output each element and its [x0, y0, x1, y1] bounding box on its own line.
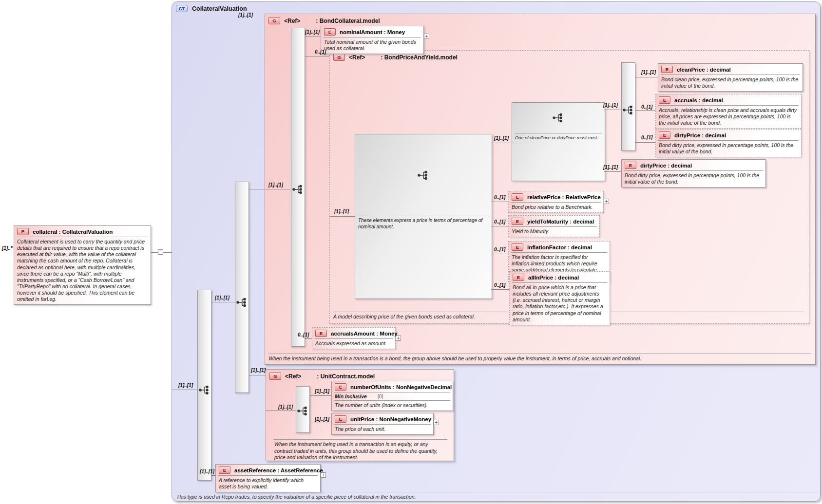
choice-note-text: One of cleanPrice or dirtyPrice must exi… [512, 133, 605, 142]
expand-icon[interactable]: + [396, 336, 401, 341]
sequence-icon [292, 185, 304, 194]
sequence-icon [236, 298, 248, 307]
cardinality-label: [1]..[1] [315, 416, 329, 422]
element-doc: Bond dirty price, expressed in percentag… [656, 141, 801, 157]
connector-line [248, 375, 266, 375]
element-doc: Accruals expressed as amount. [312, 339, 395, 349]
ct-footer-note: This type is used in Repo trades, to spe… [176, 494, 761, 500]
element-title: accrualsAmount : Money [331, 331, 398, 336]
group-bondcollateral-footer: When the instrument being used in a tran… [268, 355, 809, 362]
facet-name: Min Inclusive [335, 393, 367, 399]
sequence-bar [296, 386, 310, 433]
connector-line [491, 143, 512, 143]
expand-icon[interactable]: + [424, 34, 429, 39]
cardinality-label: [1]..[1] [200, 469, 214, 474]
element-title: relativePrice : RelativePrice [527, 194, 601, 200]
element-badge-icon: E [17, 228, 29, 235]
element-dirtyPrice-required[interactable]: E dirtyPrice : decimal Bond dirty price,… [621, 159, 766, 187]
connector-line [491, 289, 509, 290]
cardinality-label: [1]..[1] [494, 135, 509, 141]
element-badge-icon: E [335, 383, 346, 391]
connector-line [634, 77, 658, 77]
element-title: inflationFactor : decimal [527, 244, 592, 250]
group-badge-icon: G [268, 17, 280, 24]
element-badge-icon: E [659, 131, 670, 139]
element-doc: A reference to explicitly identify which… [216, 476, 320, 492]
element-nominalAmount[interactable]: E nominalAmount : Money Total nominal am… [321, 26, 424, 54]
complextype-header: CT CollateralValuation [172, 2, 820, 15]
element-title: dirtyPrice : decimal [674, 132, 726, 138]
connector-line [248, 189, 291, 189]
element-doc: Bond clean price, expressed in percentag… [658, 75, 803, 91]
element-title: allInPrice : decimal [528, 275, 579, 280]
group-bondcollateral-header[interactable]: G <Ref> : BondCollateral.model [265, 14, 815, 27]
element-assetReference[interactable]: E assetReference : AssetReference A refe… [215, 464, 321, 492]
connector-line [330, 216, 355, 217]
element-allInPrice[interactable]: E allInPrice : decimal Bond all-in-price… [509, 271, 610, 325]
element-title: numberOfUnits : NonNegativeDecimal [350, 384, 452, 390]
connector-line [210, 302, 235, 302]
element-badge-icon: E [512, 218, 523, 225]
cardinality-label: [1]..[1] [315, 389, 329, 394]
cardinality-label: 0..[1] [298, 332, 309, 337]
connector-line [491, 226, 508, 226]
cardinality-label: 0..[1] [494, 219, 505, 224]
element-doc: Bond dirty price, expressed in percentag… [622, 171, 765, 187]
element-badge-icon: E [513, 274, 524, 281]
element-badge-icon: E [661, 66, 673, 73]
element-dirtyPrice-optional[interactable]: E dirtyPrice : decimal Bond dirty price,… [655, 129, 802, 157]
connector-line [304, 338, 312, 339]
element-relativePrice[interactable]: E relativePrice : RelativePrice Bond pri… [508, 191, 604, 213]
element-title: nominalAmount : Money [340, 29, 405, 35]
element-badge-icon: E [219, 467, 230, 474]
cardinality-label: 0..[1] [315, 49, 326, 55]
element-title: unitPrice : NonNegativeMoney [350, 416, 431, 422]
group-ref-label: <Ref> [285, 373, 301, 380]
expand-icon[interactable]: + [321, 472, 326, 478]
facet-min-inclusive: Min Inclusive [0] [332, 392, 453, 400]
sequence-icon [355, 134, 492, 216]
cardinality-label: 0..[1] [641, 135, 652, 140]
element-cleanPrice[interactable]: E cleanPrice : decimal Bond clean price,… [658, 63, 803, 92]
element-doc: The price of each unit. [332, 425, 433, 434]
sequence-note-box: These elements express a price in terms … [355, 134, 492, 299]
element-doc: The number of units (index or securities… [332, 401, 453, 411]
element-collateral[interactable]: E collateral : CollateralValuation Colla… [14, 225, 151, 305]
expand-icon[interactable]: + [604, 199, 609, 204]
element-title: cleanPrice : decimal [677, 67, 731, 73]
element-doc: Accruals, relationship is clean price an… [656, 106, 801, 128]
connector-line [266, 411, 296, 411]
element-numberOfUnits[interactable]: E numberOfUnits : NonNegativeDecimal Min… [331, 381, 453, 411]
collapse-icon[interactable]: − [158, 249, 163, 255]
element-yieldToMaturity[interactable]: E yieldToMaturity : decimal Yield to Mat… [508, 215, 600, 237]
group-footer-divider [268, 354, 811, 354]
cardinality-label: [1]..[1] [305, 29, 320, 35]
sequence-icon [199, 385, 210, 395]
element-accruals[interactable]: E accruals : decimal Accruals, relations… [655, 94, 802, 129]
element-doc: Total nominal amount of the given bonds … [321, 37, 423, 54]
connector-line [634, 142, 655, 143]
connector-line [172, 390, 197, 390]
element-doc: Yield to Maturity. [509, 227, 599, 237]
complextype-title: CollateralValuation [192, 5, 247, 12]
cardinality-label: [1]..[1] [641, 70, 656, 75]
expand-icon[interactable]: + [434, 420, 439, 425]
xsd-schema-diagram: CT CollateralValuation This type is used… [0, 0, 822, 504]
element-unitPrice[interactable]: E unitPrice : NonNegativeMoney The price… [331, 413, 434, 435]
connector-line [309, 395, 331, 396]
cardinality-label: [1]..[1] [603, 102, 618, 108]
element-title: dirtyPrice : decimal [640, 163, 692, 168]
sequence-bar [235, 182, 249, 393]
connector-line [491, 254, 508, 254]
cardinality-label: [1]..* [2, 245, 13, 251]
element-title: accruals : decimal [674, 97, 723, 103]
group-bondpriceandyield-name: : BondPriceAndYield.model [381, 54, 458, 61]
element-collateral-doc: Collateral element is used to carry the … [14, 237, 151, 304]
element-doc: Bond all-in-price which is a price that … [510, 283, 610, 325]
group-badge-icon: G [269, 373, 281, 380]
cardinality-label: [1]..[1] [603, 165, 618, 170]
element-doc: Bond price relative to a Benchmark. [509, 203, 603, 212]
element-accrualsAmount[interactable]: E accrualsAmount : Money Accruals expres… [312, 327, 396, 349]
cardinality-label: [1]..[1] [178, 383, 193, 388]
connector-line [309, 423, 331, 423]
